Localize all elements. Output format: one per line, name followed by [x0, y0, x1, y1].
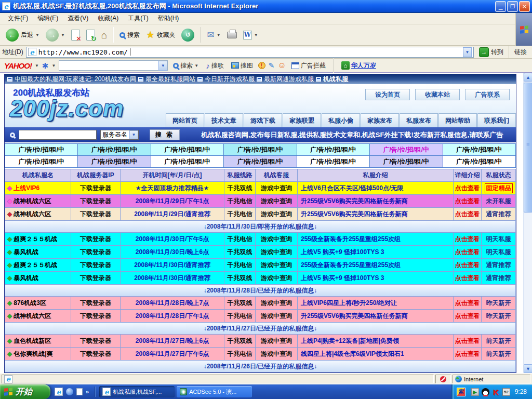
- server-name-link[interactable]: 战神机战六区: [14, 210, 51, 219]
- ad-slot[interactable]: 广/告/位/招/租/中: [224, 156, 297, 168]
- menu-item[interactable]: 工具(T): [123, 12, 153, 24]
- nav-tab[interactable]: 家族发布: [361, 113, 399, 127]
- ad-slot[interactable]: 广/告/位/招/租/中: [443, 144, 516, 156]
- server-name-cell[interactable]: ◆超爽２５５机战: [5, 259, 71, 272]
- detail-link-cell[interactable]: 点击查看: [454, 259, 482, 272]
- server-ip-cell[interactable]: 下载登录器: [71, 182, 121, 195]
- nav-tab[interactable]: 网站首页: [166, 113, 204, 127]
- topstrip-link[interactable]: 今日新开游戏私服: [205, 75, 255, 84]
- ad-slot[interactable]: 广/告/位/招/租/中: [78, 144, 151, 156]
- mail-dropdown-icon[interactable]: ▼: [217, 33, 221, 37]
- scrollbar-thumb[interactable]: [524, 83, 532, 212]
- server-name-cell[interactable]: ◆暴风机战: [5, 272, 71, 285]
- ad-slot[interactable]: 广/告/位/招/租/中: [224, 144, 297, 156]
- server-ip-cell[interactable]: 下载登录器: [71, 335, 121, 348]
- ad-slot[interactable]: 广/告/位/招/租/中: [5, 144, 78, 156]
- server-name-link[interactable]: 战神机战六区: [14, 197, 51, 206]
- scroll-down-arrow-icon[interactable]: ▼: [524, 364, 532, 373]
- server-ip-cell[interactable]: 下载登录器: [71, 233, 121, 246]
- topstrip-link[interactable]: 机战私服: [323, 75, 348, 84]
- yahoo-combo-dropdown-icon[interactable]: ▼: [158, 61, 167, 71]
- detail-link-cell[interactable]: 点击查看: [454, 182, 482, 195]
- forward-button[interactable]: → ▼: [43, 26, 68, 44]
- detail-link-cell[interactable]: 点击查看: [454, 233, 482, 246]
- server-ip-cell[interactable]: 下载登录器: [71, 259, 121, 272]
- server-search-input[interactable]: [19, 130, 97, 140]
- yahoo-image-button[interactable]: 搜图: [229, 61, 255, 70]
- detail-link-cell[interactable]: 点击查看: [454, 297, 482, 310]
- page-search-button[interactable]: 搜 索: [150, 129, 180, 140]
- menu-item[interactable]: 查看(V): [63, 12, 93, 24]
- server-name-link[interactable]: 血色机战新区: [14, 337, 51, 345]
- ad-slot[interactable]: 广/告/位/招/租/中: [78, 156, 151, 168]
- nav-tab[interactable]: 技术文章: [205, 113, 243, 127]
- address-input[interactable]: e http://www.mc1920.com/ ▼: [26, 47, 474, 58]
- server-name-link[interactable]: 超爽２５５机战: [14, 261, 57, 270]
- site-logo[interactable]: 200jz.com: [10, 96, 124, 122]
- detail-link-cell[interactable]: 点击查看: [454, 310, 482, 323]
- edit-dropdown-icon[interactable]: ▼: [254, 33, 258, 37]
- topstrip-link[interactable]: 最新网通游戏私服: [264, 75, 314, 84]
- back-button[interactable]: ← 后退 ▼: [3, 26, 42, 44]
- nav-tab[interactable]: 家族联盟: [283, 113, 321, 127]
- mail-button[interactable]: ✉ ▼: [204, 26, 223, 44]
- tray-kaspersky-icon[interactable]: K: [492, 388, 500, 396]
- history-button[interactable]: ↺: [179, 26, 197, 44]
- links-label[interactable]: 链接: [509, 46, 530, 59]
- header-button[interactable]: 设为首页: [365, 89, 410, 100]
- detail-link-cell[interactable]: 点击查看: [454, 272, 482, 285]
- taskbar-task-acdsee[interactable]: ◉ ACDSee 5.0 - 演...: [177, 386, 252, 397]
- detail-link-cell[interactable]: 点击查看: [454, 208, 482, 221]
- smiley-icon[interactable]: ☺: [277, 61, 286, 70]
- huaren-link[interactable]: ⌂ 华人万岁: [339, 61, 378, 70]
- server-name-cell[interactable]: ◆876机战3区: [5, 297, 71, 310]
- server-name-link[interactable]: 包你爽机战|爽: [14, 350, 52, 358]
- ad-slot[interactable]: 广/告/位/招/租/中: [297, 156, 370, 168]
- header-button[interactable]: 广告联系: [465, 89, 510, 100]
- server-ip-cell[interactable]: 下载登录器: [71, 297, 121, 310]
- yahoo-alert-icon[interactable]: !: [258, 62, 265, 69]
- go-button[interactable]: → 转到: [476, 43, 506, 61]
- topstrip-link[interactable]: 中国最大的私服网:玩家速记: 200机战发布网: [15, 75, 136, 84]
- server-ip-cell[interactable]: 下载登录器: [71, 348, 121, 361]
- restore-button[interactable]: ❐: [507, 1, 518, 12]
- server-name-cell[interactable]: ◆超爽２５５机战: [5, 233, 71, 246]
- tray-play-icon[interactable]: ▶: [471, 388, 479, 396]
- ad-slot[interactable]: 广/告/位/招/租/中: [370, 144, 443, 156]
- header-button[interactable]: 收藏本站: [415, 89, 460, 100]
- ad-slot[interactable]: 广/告/位/招/租/中: [151, 144, 224, 156]
- menu-item[interactable]: 收藏(A): [93, 12, 123, 24]
- tray-qq-icon[interactable]: [482, 388, 489, 396]
- refresh-button[interactable]: ↻: [84, 26, 98, 44]
- search-type-select[interactable]: 服务器名 ▼: [100, 130, 139, 140]
- quicklaunch-doc-icon[interactable]: [76, 388, 83, 395]
- server-name-cell[interactable]: ◆战神机战六区: [5, 195, 71, 208]
- detail-link-cell[interactable]: 点击查看: [454, 246, 482, 259]
- ime-language-icon[interactable]: 紫: [457, 388, 466, 396]
- server-ip-cell[interactable]: 下载登录器: [71, 310, 121, 323]
- nav-tab[interactable]: 私服发布: [400, 113, 438, 127]
- address-dropdown-icon[interactable]: ▼: [463, 47, 472, 57]
- yahoo-logo[interactable]: YAHOO!: [4, 61, 32, 70]
- server-name-link[interactable]: 暴风机战: [14, 248, 38, 257]
- server-name-cell[interactable]: ◆包你爽机战|爽: [5, 348, 71, 361]
- stop-button[interactable]: ✕: [69, 26, 83, 44]
- yahoo-apps-icon[interactable]: ✱: [42, 62, 49, 70]
- nav-tab[interactable]: 私服小偷: [322, 113, 360, 127]
- yahoo-search-button[interactable]: 搜索 ▼: [171, 61, 201, 70]
- ad-slot[interactable]: 广/告/位/招/租/中: [297, 144, 370, 156]
- ad-slot[interactable]: 广/告/位/招/租/中: [151, 156, 224, 168]
- ad-slot[interactable]: 广/告/位/招/租/中: [5, 156, 78, 168]
- home-button[interactable]: ⌂: [99, 26, 110, 44]
- print-button[interactable]: [224, 26, 240, 44]
- menu-item[interactable]: 帮助(H): [153, 12, 184, 24]
- quicklaunch-overflow-icon[interactable]: »: [86, 389, 89, 395]
- nav-tab[interactable]: 网站帮助: [438, 113, 477, 127]
- server-ip-cell[interactable]: 下载登录器: [71, 208, 121, 221]
- start-button[interactable]: 开始: [0, 384, 50, 399]
- topstrip-link[interactable]: 最全最好私服网站: [145, 75, 195, 84]
- server-ip-cell[interactable]: 下载登录器: [71, 195, 121, 208]
- menu-item[interactable]: 编辑(E): [33, 12, 63, 24]
- search-button[interactable]: 搜索: [117, 26, 142, 44]
- highlighter-icon[interactable]: ✎: [269, 62, 275, 69]
